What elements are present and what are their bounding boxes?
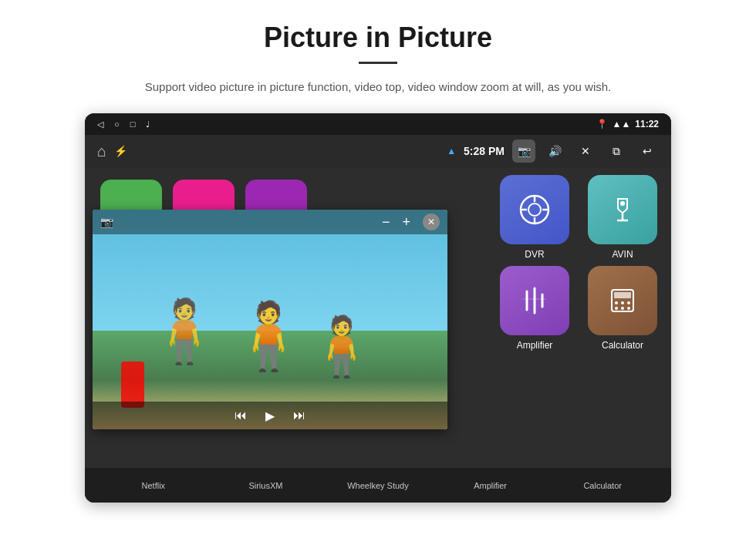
pip-bottom-controls: ⏮ ▶ ⏭: [93, 402, 447, 429]
bottom-amplifier[interactable]: Amplifier: [434, 481, 547, 490]
pip-video-content: 🧍 🧍 🧍: [93, 210, 447, 429]
app-dvr[interactable]: DVR: [494, 175, 575, 260]
bottom-wheelkey[interactable]: Wheelkey Study: [322, 481, 434, 490]
pip-window[interactable]: 📷 − + ✕ 🧍 🧍: [93, 210, 447, 429]
page-wrapper: Picture in Picture Support video picture…: [0, 0, 756, 503]
svg-point-15: [615, 301, 618, 304]
pip-camera-icon: 📷: [100, 216, 113, 228]
title-divider: [359, 62, 397, 64]
pip-minus-button[interactable]: −: [382, 214, 390, 230]
app-bar-time: 5:28 PM: [464, 145, 505, 157]
bottom-wheelkey-label: Wheelkey Study: [347, 481, 408, 490]
main-content: 📷 − + ✕ 🧍 🧍: [85, 167, 671, 468]
app-bar: ⌂ ⚡ ▲ 5:28 PM 📷 🔊 ✕ ⧉ ↩: [85, 135, 671, 167]
pip-plus-button[interactable]: +: [402, 214, 410, 230]
svg-point-16: [621, 301, 624, 304]
page-title: Picture in Picture: [264, 22, 492, 54]
bottom-siriusxm[interactable]: SiriusXM: [210, 481, 322, 490]
play-button[interactable]: ▶: [265, 409, 275, 423]
calculator-icon: [588, 266, 657, 335]
svg-rect-14: [614, 292, 631, 298]
app-bar-left: ⌂ ⚡: [97, 143, 132, 160]
device-frame: ◁ ○ □ ♩ 📍 ▲▲ 11:22 ⌂ ⚡ ▲ 5:28 PM 📷 🔊: [85, 113, 671, 503]
wifi-icon: ▲: [447, 146, 456, 156]
recents-nav-icon[interactable]: □: [130, 119, 136, 129]
amplifier-label: Amplifier: [517, 340, 553, 351]
volume-button[interactable]: 🔊: [543, 140, 566, 163]
amplifier-icon: [500, 266, 569, 335]
signal-icon: ▲▲: [613, 119, 631, 129]
window-button[interactable]: ⧉: [605, 140, 628, 163]
prev-button[interactable]: ⏮: [235, 409, 247, 422]
app-bar-right: ▲ 5:28 PM 📷 🔊 ✕ ⧉ ↩: [447, 140, 659, 163]
bottom-app-items: Netflix SiriusXM Wheelkey Study Amplifie…: [97, 481, 659, 490]
svg-point-20: [627, 307, 630, 310]
calculator-label: Calculator: [602, 340, 643, 351]
avin-icon: [588, 175, 657, 244]
app-amplifier[interactable]: Amplifier: [494, 266, 575, 351]
status-bar-right: 📍 ▲▲ 11:22: [596, 119, 659, 129]
video-section: 📷 − + ✕ 🧍 🧍: [85, 167, 486, 468]
pip-close-button[interactable]: ✕: [423, 214, 440, 230]
back-nav-icon[interactable]: ◁: [97, 119, 103, 129]
app-grid-row-2: Amplifier: [494, 266, 663, 351]
pip-top-bar: 📷 − + ✕: [93, 210, 447, 234]
status-time: 11:22: [635, 119, 659, 129]
gps-icon: 📍: [596, 119, 608, 129]
app-avin[interactable]: AVIN: [582, 175, 663, 260]
dvr-icon: [500, 175, 569, 244]
pip-controls: − + ✕: [382, 214, 440, 230]
status-bar: ◁ ○ □ ♩ 📍 ▲▲ 11:22: [85, 113, 671, 135]
svg-point-19: [621, 307, 624, 310]
camera-button[interactable]: 📷: [512, 140, 535, 163]
dvr-label: DVR: [525, 249, 544, 260]
app-grid-row-1: DVR AVIN: [494, 175, 663, 260]
bottom-calculator[interactable]: Calculator: [546, 481, 659, 490]
home-nav-icon[interactable]: ○: [114, 119, 120, 129]
svg-point-17: [627, 301, 630, 304]
bottom-app-bar: Netflix SiriusXM Wheelkey Study Amplifie…: [85, 468, 671, 503]
bottom-netflix[interactable]: Netflix: [97, 481, 210, 490]
music-nav-icon[interactable]: ♩: [146, 119, 150, 129]
bottom-amplifier-label: Amplifier: [474, 481, 507, 490]
close-button[interactable]: ✕: [574, 140, 597, 163]
avin-label: AVIN: [612, 249, 633, 260]
bottom-calculator-label: Calculator: [583, 481, 622, 490]
home-icon[interactable]: ⌂: [97, 143, 106, 160]
svg-point-18: [615, 307, 618, 310]
app-calculator[interactable]: Calculator: [582, 266, 663, 351]
status-bar-left: ◁ ○ □ ♩: [97, 119, 150, 129]
app-grid-section: DVR AVIN: [486, 167, 671, 468]
next-button[interactable]: ⏭: [293, 409, 305, 422]
back-button[interactable]: ↩: [636, 140, 659, 163]
page-subtitle: Support video picture in picture functio…: [145, 78, 611, 96]
bottom-netflix-label: Netflix: [142, 481, 166, 490]
usb-icon: ⚡: [114, 145, 127, 157]
svg-point-8: [620, 201, 625, 206]
svg-point-1: [528, 203, 541, 216]
bottom-siriusxm-label: SiriusXM: [248, 481, 282, 490]
